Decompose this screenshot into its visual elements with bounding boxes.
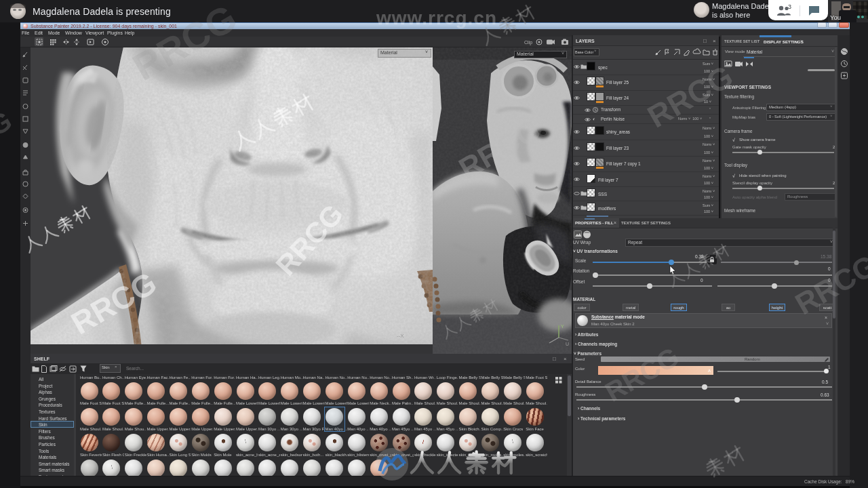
svg-text:S: S xyxy=(594,108,597,112)
svg-text:Y: Y xyxy=(561,324,564,329)
svg-text:U: U xyxy=(566,342,569,346)
svg-text:--X: --X xyxy=(397,333,404,339)
svg-text:Clip: Clip xyxy=(524,40,532,45)
